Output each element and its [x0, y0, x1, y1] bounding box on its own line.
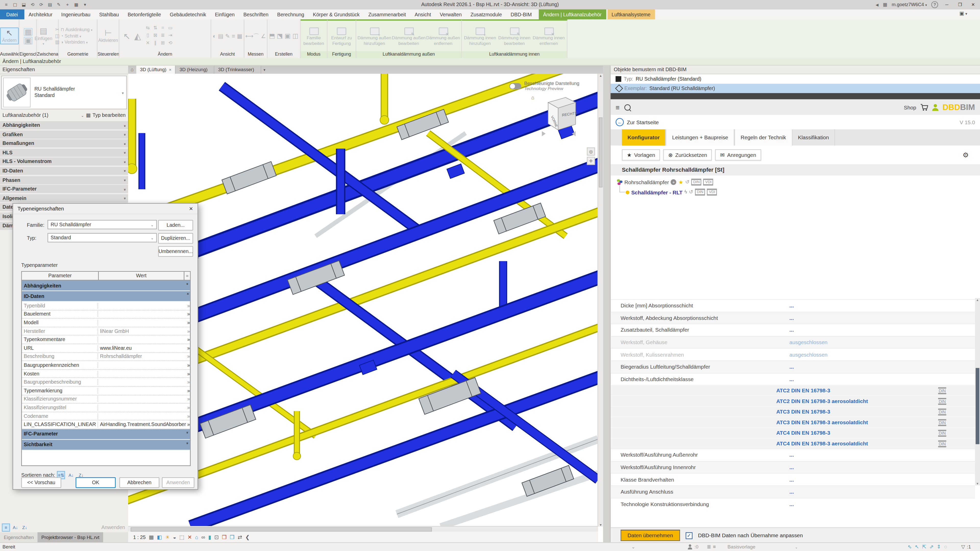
property-category-row[interactable]: IFC-Parameter » [0, 185, 128, 193]
ribbon-tab[interactable]: Stahlbau [95, 10, 123, 19]
view-control-icon[interactable]: ⌂ [195, 534, 198, 540]
ribbon-tab[interactable]: Ändern | Luftkanalzubehör [539, 10, 606, 19]
parameter-value-link[interactable]: ATC4 DIN EN 16798-3 [776, 430, 830, 436]
history-icon[interactable]: ↺ [685, 179, 689, 185]
create-icon[interactable]: ⬔ [277, 33, 283, 38]
aktivieren-button[interactable]: ⊢ Aktivieren [98, 29, 118, 43]
dbd-tab[interactable]: Leistungen + Baupreise [666, 129, 734, 146]
shop-link[interactable]: Shop [904, 104, 916, 110]
parameter-row[interactable]: URL www.liNear.eu » [22, 344, 190, 353]
ribbon-tab[interactable]: Einfügen [210, 10, 239, 19]
search-icon[interactable] [625, 104, 631, 110]
view-tab[interactable]: 3D (Lüftung)× [136, 65, 176, 74]
property-category-row[interactable]: Abhängigkeiten » [0, 121, 128, 129]
flash-icon[interactable]: ϟ [684, 189, 687, 195]
parameter-value-link[interactable]: ausgeschlossen [789, 351, 827, 358]
parameter-row[interactable]: Bauelement » [22, 310, 190, 319]
expand-chevron-icon[interactable]: » [123, 197, 127, 199]
parameter-row[interactable]: Hersteller liNear GmbH » [22, 327, 190, 336]
qat-icon[interactable]: ✎ [56, 2, 62, 7]
minimize-button[interactable]: ─ [942, 3, 951, 7]
modify-button[interactable]: ↖ Ändern [0, 27, 18, 44]
dbd-parameter-row[interactable]: Werkstoff, Kulissenrahmen ausgeschlossen [611, 348, 975, 360]
property-category-row[interactable]: Phasen » [0, 176, 128, 184]
navigation-bar[interactable]: ◎ ✛ [587, 148, 594, 165]
parameter-value-link[interactable]: ... [789, 315, 794, 321]
accelerated-graphics-toggle[interactable] [509, 83, 521, 89]
dbd-tab[interactable]: Klassifikation [792, 129, 835, 146]
panel-splitter[interactable] [603, 65, 610, 543]
group-chevron-icon[interactable]: » [186, 283, 189, 284]
sort-az-icon[interactable]: A↓ [67, 471, 75, 479]
parameter-row[interactable]: IFC-Parameter » [22, 429, 190, 440]
ribbon-tab[interactable]: Körper & Grundstück [309, 10, 364, 19]
familie-combobox[interactable]: RU Schalldämpfer⌄ [48, 220, 157, 229]
expand-chevron-icon[interactable]: » [123, 124, 127, 126]
parameter-value-link[interactable]: ATC4 DIN EN 16798-3 aerosolatdicht [776, 441, 868, 447]
quick-access-toolbar[interactable]: ≡▢⬓⟲⟳▤✎⌖▦▾ [0, 2, 88, 7]
dbd-parameter-row[interactable]: ATC2 DIN EN 16798-3 DIN [611, 385, 975, 395]
maximize-button[interactable]: ❐ [956, 2, 964, 7]
dbd-parameter-row[interactable]: ATC3 DIN EN 16798-3 DIN [611, 406, 975, 417]
parameter-value-link[interactable]: ... [789, 476, 794, 483]
modify-tool-icon[interactable]: ▭ [167, 25, 173, 32]
dbd-exemplar-row[interactable]: Exemplar:Standard (RU Schalldämpfer) [611, 84, 980, 93]
parameter-row[interactable]: LIN_CLASSIFICATION_LINEAR AirHandling.Tr… [22, 421, 190, 429]
group-chevron-icon[interactable]: » [187, 405, 190, 410]
duplizieren-button[interactable]: Duplizieren... [158, 233, 193, 244]
qat-icon[interactable]: ⟳ [38, 2, 44, 7]
parameter-value-link[interactable]: ausgeschlossen [789, 339, 827, 345]
daemmung-innen-button[interactable]: ✕ Dämmung innenentfernen [533, 27, 565, 46]
view-tool-icon[interactable]: ≡ [232, 33, 235, 38]
qat-icon[interactable]: ▦ [73, 2, 80, 7]
dbd-bim-logo[interactable]: DBDBIM [942, 103, 975, 112]
view-control-icon[interactable]: ❒ [230, 534, 234, 540]
dbd-parameter-row[interactable]: Ausführung Anschluss ... [611, 486, 975, 498]
qat-icon[interactable]: ⟲ [29, 2, 35, 7]
familie-bearbeiten-button[interactable]: Familie bearbeiten [302, 27, 325, 46]
qat-icon[interactable]: ▾ [82, 2, 88, 7]
cart-icon[interactable] [920, 103, 928, 111]
view-control-icon[interactable]: ▮ [208, 534, 211, 540]
group-chevron-icon[interactable]: » [187, 380, 190, 385]
selection-filter[interactable]: ▽:1 [961, 543, 971, 551]
ribbon-tab[interactable]: Beschriften [239, 10, 273, 19]
qat-icon[interactable]: ▢ [12, 2, 18, 7]
tree-row-parent[interactable]: Rohrschalldämpfer + ★ ↺ DIN VDI [617, 179, 713, 186]
parameter-value-link[interactable]: ATC3 DIN EN 16798-3 aerosolatdicht [776, 419, 868, 426]
entwurf-zu-fertigung-button[interactable]: Entwurf zu Fertigung [329, 27, 354, 46]
view-control-icon[interactable]: ◒ [173, 534, 177, 540]
qat-icon[interactable]: ▤ [47, 2, 53, 7]
create-icon[interactable]: ◫ [293, 33, 298, 38]
checkbox-checked[interactable]: ✓ [686, 532, 692, 539]
expand-chevron-icon[interactable]: » [123, 143, 127, 144]
parameter-row[interactable]: Typenbild » [22, 302, 190, 310]
parameter-value-link[interactable]: ... [789, 364, 794, 370]
view-tool-icon[interactable]: ✎ [225, 33, 230, 38]
daemmung-innen-button[interactable]: ✎ Dämmung innenbearbeiten [498, 27, 531, 46]
selection-toggle-icons[interactable]: ⇖↖⇱⇗⇕◌ [907, 543, 947, 551]
parameter-value-link[interactable]: ... [789, 327, 794, 333]
design-option-dropdown[interactable]: Basisvorlage ⌄ [728, 543, 798, 551]
back-arrow-icon[interactable]: ← [616, 118, 624, 126]
checkbox-label[interactable]: DBD-BIM Daten nach Übernahme anpassen [698, 532, 803, 538]
table-header[interactable]: Parameter Wert = [22, 272, 190, 280]
modify-tool-icon[interactable]: ⊠ [152, 33, 158, 39]
dbd-parameter-row[interactable]: Zusatzbauteil, Schalldämpfer ... [611, 324, 975, 336]
design-option-icons[interactable]: ≣≡ [707, 543, 716, 551]
sort-default-icon[interactable]: ≡ [2, 524, 10, 532]
group-chevron-icon[interactable]: » [187, 371, 190, 376]
apps-grid-icon[interactable]: ▦ [883, 2, 887, 7]
group-chevron-icon[interactable]: » [187, 320, 190, 326]
view-tool-icon[interactable]: ▤ [218, 33, 223, 38]
measure-icon[interactable]: ⌒ [253, 33, 259, 38]
dbd-panel-header[interactable]: Objekte bemustern mit DBD-BIM [611, 65, 980, 74]
view-control-icon[interactable]: ⊡ [215, 534, 219, 540]
close-button[interactable]: ✕ [969, 2, 977, 7]
create-icon[interactable]: ⬒ [269, 33, 275, 38]
close-tab-icon[interactable]: × [169, 67, 172, 72]
view-control-icon[interactable]: ▦ [149, 534, 154, 540]
dialog-close-icon[interactable]: ✕ [189, 206, 193, 211]
vdi-badge[interactable]: VDI [707, 189, 717, 196]
parameter-value-link[interactable]: ATC2 DIN EN 16798-3 [776, 387, 830, 394]
